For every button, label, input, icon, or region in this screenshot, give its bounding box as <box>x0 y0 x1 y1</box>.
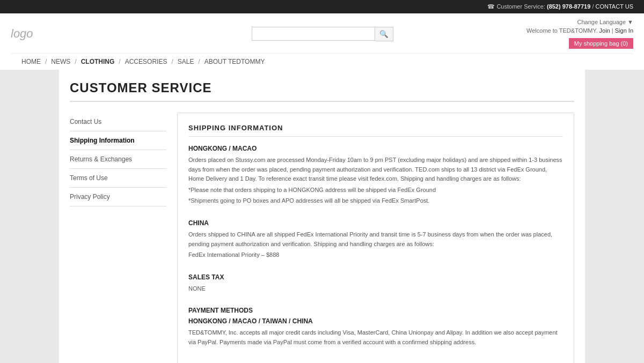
search-icon: 🔍 <box>379 30 389 38</box>
hk-macao-para-2: *Please note that orders shipping to a H… <box>188 186 563 195</box>
logo: logo <box>11 27 118 41</box>
header: logo 🔍 Change Language ▼ Welcome to TED&… <box>0 13 644 70</box>
sidebar-item-privacy[interactable]: Privacy Policy <box>70 188 166 206</box>
header-right: Change Language ▼ Welcome to TED&TOMMY. … <box>526 19 633 49</box>
china-para-1: Orders shipped to CHINA are all shipped … <box>188 230 563 249</box>
sidebar-item-shipping[interactable]: Shipping Information <box>70 131 166 150</box>
join-link[interactable]: Join <box>599 27 610 34</box>
search-area: 🔍 <box>252 27 393 41</box>
nav-accesories[interactable]: ACCESORIES <box>121 58 172 65</box>
nav-sale[interactable]: SALE <box>173 58 199 65</box>
subsection-payment-title: PAYMENT METHODS <box>188 307 563 314</box>
payment-methods-para: TED&TOMMY, Inc. accepts all major credit… <box>188 328 563 347</box>
subsection-sales-tax: SALES TAX NONE <box>188 273 563 294</box>
language-selector[interactable]: Change Language ▼ <box>526 19 633 25</box>
search-input[interactable] <box>252 27 375 41</box>
main-nav: HOME / NEWS / CLOTHING / ACCESORIES / SA… <box>11 53 633 70</box>
subsection-hk-macao: HONGKONG / MACAO Orders placed on Stussy… <box>188 145 563 206</box>
subsection-sales-tax-title: SALES TAX <box>188 273 563 281</box>
welcome-text: Welcome to TED&TOMMY. Join | Sign In <box>526 27 633 34</box>
phone-number: (852) 978-87719 <box>547 3 590 10</box>
phone-icon: ☎ <box>487 3 495 10</box>
sidebar-item-contact[interactable]: Contact Us <box>70 113 166 131</box>
customer-service-label: Customer Service: <box>496 3 545 10</box>
top-bar: ☎ Customer Service: (852) 978-87719 / CO… <box>0 0 644 13</box>
sidebar-item-returns[interactable]: Returns & Exchanges <box>70 150 166 169</box>
subsection-china-title: CHINA <box>188 219 563 227</box>
page-wrapper: CUSTOMER SERVICE Contact Us Shipping Inf… <box>59 70 585 363</box>
subsection-hk-macao-title: HONGKONG / MACAO <box>188 145 563 152</box>
content-layout: Contact Us Shipping Information Returns … <box>70 113 574 363</box>
sign-in-link[interactable]: Sign In <box>615 27 633 34</box>
dropdown-icon: ▼ <box>627 19 633 25</box>
hk-macao-para-1: Orders placed on Stussy.com are processe… <box>188 155 563 184</box>
change-language-label: Change Language <box>577 19 626 25</box>
subsection-china: CHINA Orders shipped to CHINA are all sh… <box>188 219 563 260</box>
sales-tax-value: NONE <box>188 284 563 294</box>
nav-home[interactable]: HOME <box>21 58 45 65</box>
search-button[interactable]: 🔍 <box>375 27 393 41</box>
nav-news[interactable]: NEWS <box>47 58 75 65</box>
nav-clothing[interactable]: CLOTHING <box>77 58 119 65</box>
sidebar: Contact Us Shipping Information Returns … <box>70 113 166 363</box>
subsection-payment-regions: HONGKONG / MACAO / TAIWAN / CHINA <box>188 317 563 325</box>
page-title: CUSTOMER SERVICE <box>70 80 574 102</box>
china-para-2: FedEx International Priority – $888 <box>188 250 563 260</box>
contact-us-link[interactable]: CONTACT US <box>596 3 634 10</box>
section-title: SHIPPING INFORMATION <box>188 124 563 137</box>
sidebar-item-terms[interactable]: Terms of Use <box>70 169 166 188</box>
nav-about[interactable]: ABOUT TEDTOMMY <box>200 58 269 65</box>
shopping-bag-button[interactable]: My shopping bag (0) <box>569 38 633 49</box>
subsection-payment-methods: PAYMENT METHODS HONGKONG / MACAO / TAIWA… <box>188 307 563 347</box>
hk-macao-para-3: *Shipments going to PO boxes and APO add… <box>188 196 563 206</box>
header-top: logo 🔍 Change Language ▼ Welcome to TED&… <box>11 19 633 53</box>
main-content: SHIPPING INFORMATION HONGKONG / MACAO Or… <box>177 113 574 363</box>
